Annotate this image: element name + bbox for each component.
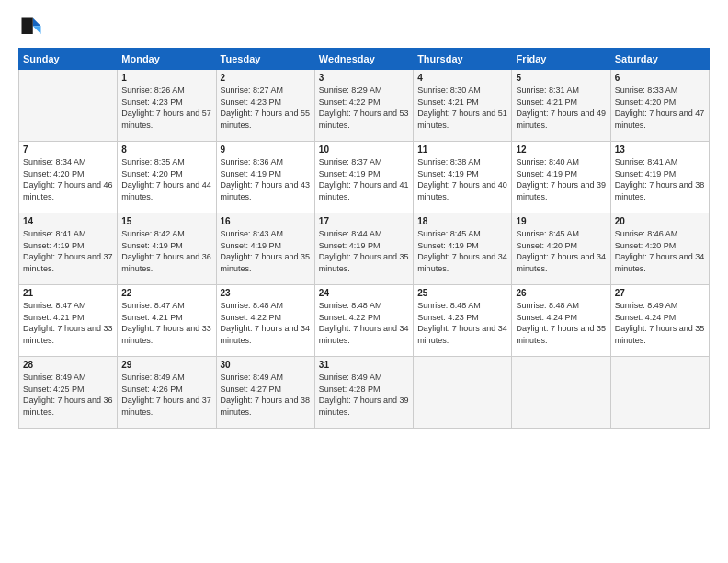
day-number: 18 <box>417 216 507 226</box>
header-day: Sunday <box>19 49 118 70</box>
cell-content: Sunrise: 8:33 AMSunset: 4:20 PMDaylight:… <box>615 85 705 131</box>
header-day: Thursday <box>414 49 512 70</box>
cell-content: Sunrise: 8:34 AMSunset: 4:20 PMDaylight:… <box>23 156 113 202</box>
cell-content: Sunrise: 8:48 AMSunset: 4:22 PMDaylight:… <box>221 300 311 346</box>
calendar-cell: 14Sunrise: 8:41 AMSunset: 4:19 PMDayligh… <box>19 213 118 285</box>
day-number: 5 <box>516 73 606 83</box>
calendar-cell: 24Sunrise: 8:48 AMSunset: 4:22 PMDayligh… <box>314 285 413 357</box>
day-number: 20 <box>615 216 705 226</box>
cell-content: Sunrise: 8:49 AMSunset: 4:28 PMDaylight:… <box>319 372 409 418</box>
cell-content: Sunrise: 8:47 AMSunset: 4:21 PMDaylight:… <box>121 300 211 346</box>
svg-rect-2 <box>22 18 33 35</box>
day-number: 31 <box>319 360 409 370</box>
cell-content: Sunrise: 8:44 AMSunset: 4:19 PMDaylight:… <box>319 228 409 274</box>
cell-content: Sunrise: 8:43 AMSunset: 4:19 PMDaylight:… <box>221 228 311 274</box>
cell-content: Sunrise: 8:49 AMSunset: 4:26 PMDaylight:… <box>121 372 211 418</box>
day-number: 21 <box>23 288 113 298</box>
svg-marker-0 <box>33 18 41 27</box>
calendar-cell: 1Sunrise: 8:26 AMSunset: 4:23 PMDaylight… <box>118 70 216 142</box>
calendar-cell: 19Sunrise: 8:45 AMSunset: 4:20 PMDayligh… <box>512 213 610 285</box>
day-number: 14 <box>23 216 113 226</box>
calendar-cell: 12Sunrise: 8:40 AMSunset: 4:19 PMDayligh… <box>512 142 610 213</box>
cell-content: Sunrise: 8:30 AMSunset: 4:21 PMDaylight:… <box>417 85 507 131</box>
cell-content: Sunrise: 8:48 AMSunset: 4:24 PMDaylight:… <box>516 300 606 346</box>
cell-content: Sunrise: 8:35 AMSunset: 4:20 PMDaylight:… <box>121 156 211 202</box>
day-number: 12 <box>516 144 606 155</box>
cell-content: Sunrise: 8:45 AMSunset: 4:20 PMDaylight:… <box>516 228 606 274</box>
day-number: 23 <box>221 288 311 298</box>
header-day: Monday <box>118 49 216 70</box>
calendar-cell: 30Sunrise: 8:49 AMSunset: 4:27 PMDayligh… <box>216 357 314 429</box>
day-number: 13 <box>615 144 705 155</box>
cell-content: Sunrise: 8:26 AMSunset: 4:23 PMDaylight:… <box>121 85 211 131</box>
day-number: 25 <box>417 288 507 298</box>
day-number: 24 <box>319 288 409 298</box>
calendar-week-row: 7Sunrise: 8:34 AMSunset: 4:20 PMDaylight… <box>19 142 710 213</box>
cell-content: Sunrise: 8:48 AMSunset: 4:22 PMDaylight:… <box>319 300 409 346</box>
day-number: 10 <box>319 144 409 155</box>
cell-content: Sunrise: 8:49 AMSunset: 4:24 PMDaylight:… <box>615 300 705 346</box>
svg-marker-1 <box>33 26 41 34</box>
calendar-cell: 6Sunrise: 8:33 AMSunset: 4:20 PMDaylight… <box>610 70 709 142</box>
calendar-cell: 28Sunrise: 8:49 AMSunset: 4:25 PMDayligh… <box>19 357 118 429</box>
calendar-cell: 27Sunrise: 8:49 AMSunset: 4:24 PMDayligh… <box>610 285 709 357</box>
calendar-cell: 21Sunrise: 8:47 AMSunset: 4:21 PMDayligh… <box>19 285 118 357</box>
cell-content: Sunrise: 8:36 AMSunset: 4:19 PMDaylight:… <box>221 156 311 202</box>
calendar-cell <box>414 357 512 429</box>
calendar-cell: 10Sunrise: 8:37 AMSunset: 4:19 PMDayligh… <box>314 142 413 213</box>
cell-content: Sunrise: 8:37 AMSunset: 4:19 PMDaylight:… <box>319 156 409 202</box>
calendar-cell: 25Sunrise: 8:48 AMSunset: 4:23 PMDayligh… <box>414 285 512 357</box>
day-number: 29 <box>121 360 211 370</box>
calendar-cell: 9Sunrise: 8:36 AMSunset: 4:19 PMDaylight… <box>216 142 314 213</box>
calendar-week-row: 14Sunrise: 8:41 AMSunset: 4:19 PMDayligh… <box>19 213 710 285</box>
cell-content: Sunrise: 8:41 AMSunset: 4:19 PMDaylight:… <box>23 228 113 274</box>
calendar-table: SundayMondayTuesdayWednesdayThursdayFrid… <box>18 48 710 429</box>
calendar-cell: 26Sunrise: 8:48 AMSunset: 4:24 PMDayligh… <box>512 285 610 357</box>
header-day: Wednesday <box>314 49 413 70</box>
calendar-cell: 2Sunrise: 8:27 AMSunset: 4:23 PMDaylight… <box>216 70 314 142</box>
header-day: Friday <box>512 49 610 70</box>
calendar-cell <box>610 357 709 429</box>
calendar-cell: 18Sunrise: 8:45 AMSunset: 4:19 PMDayligh… <box>414 213 512 285</box>
day-number: 6 <box>615 73 705 83</box>
cell-content: Sunrise: 8:49 AMSunset: 4:27 PMDaylight:… <box>221 372 311 418</box>
cell-content: Sunrise: 8:41 AMSunset: 4:19 PMDaylight:… <box>615 156 705 202</box>
day-number: 17 <box>319 216 409 226</box>
header-day: Tuesday <box>216 49 314 70</box>
cell-content: Sunrise: 8:42 AMSunset: 4:19 PMDaylight:… <box>121 228 211 274</box>
calendar-cell: 7Sunrise: 8:34 AMSunset: 4:20 PMDaylight… <box>19 142 118 213</box>
calendar-week-row: 28Sunrise: 8:49 AMSunset: 4:25 PMDayligh… <box>19 357 710 429</box>
cell-content: Sunrise: 8:27 AMSunset: 4:23 PMDaylight:… <box>221 85 311 131</box>
day-number: 4 <box>417 73 507 83</box>
calendar-cell: 22Sunrise: 8:47 AMSunset: 4:21 PMDayligh… <box>118 285 216 357</box>
calendar-week-row: 1Sunrise: 8:26 AMSunset: 4:23 PMDaylight… <box>19 70 710 142</box>
calendar-cell: 31Sunrise: 8:49 AMSunset: 4:28 PMDayligh… <box>314 357 413 429</box>
day-number: 7 <box>23 144 113 155</box>
calendar-cell: 15Sunrise: 8:42 AMSunset: 4:19 PMDayligh… <box>118 213 216 285</box>
calendar-cell: 4Sunrise: 8:30 AMSunset: 4:21 PMDaylight… <box>414 70 512 142</box>
header-day: Saturday <box>610 49 709 70</box>
calendar-cell: 16Sunrise: 8:43 AMSunset: 4:19 PMDayligh… <box>216 213 314 285</box>
calendar-cell: 5Sunrise: 8:31 AMSunset: 4:21 PMDaylight… <box>512 70 610 142</box>
day-number: 9 <box>221 144 311 155</box>
day-number: 1 <box>121 73 211 83</box>
cell-content: Sunrise: 8:48 AMSunset: 4:23 PMDaylight:… <box>417 300 507 346</box>
calendar-cell: 17Sunrise: 8:44 AMSunset: 4:19 PMDayligh… <box>314 213 413 285</box>
day-number: 26 <box>516 288 606 298</box>
calendar-cell: 29Sunrise: 8:49 AMSunset: 4:26 PMDayligh… <box>118 357 216 429</box>
calendar-cell <box>512 357 610 429</box>
page: SundayMondayTuesdayWednesdayThursdayFrid… <box>0 0 728 563</box>
cell-content: Sunrise: 8:31 AMSunset: 4:21 PMDaylight:… <box>516 85 606 131</box>
day-number: 2 <box>221 73 311 83</box>
day-number: 30 <box>221 360 311 370</box>
calendar-cell: 3Sunrise: 8:29 AMSunset: 4:22 PMDaylight… <box>314 70 413 142</box>
day-number: 15 <box>121 216 211 226</box>
header <box>18 15 710 40</box>
day-number: 28 <box>23 360 113 370</box>
day-number: 3 <box>319 73 409 83</box>
day-number: 22 <box>121 288 211 298</box>
calendar-cell: 20Sunrise: 8:46 AMSunset: 4:20 PMDayligh… <box>610 213 709 285</box>
calendar-cell <box>19 70 118 142</box>
calendar-week-row: 21Sunrise: 8:47 AMSunset: 4:21 PMDayligh… <box>19 285 710 357</box>
header-row: SundayMondayTuesdayWednesdayThursdayFrid… <box>19 49 710 70</box>
